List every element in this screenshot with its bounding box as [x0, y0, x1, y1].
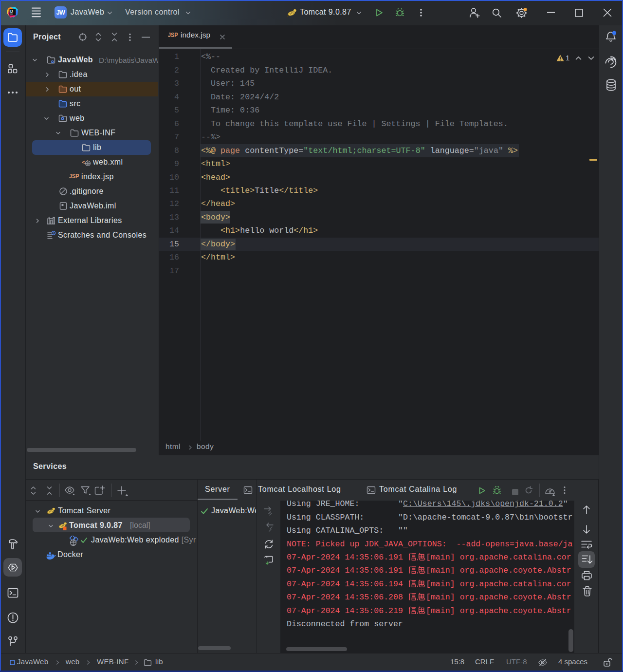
svg-text:IJ: IJ	[10, 10, 13, 13]
